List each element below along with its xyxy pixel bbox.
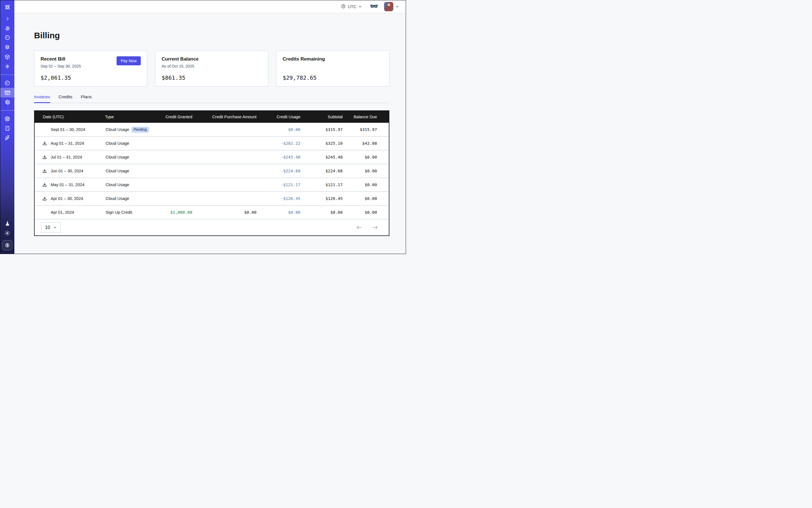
subtotal-value: $245.48	[300, 151, 343, 164]
balance-due-value: $315.97	[343, 123, 389, 136]
invoice-date: Apr 01 – 30, 2024	[35, 192, 105, 206]
gear-icon	[4, 99, 10, 105]
download-invoice-icon[interactable]	[42, 155, 47, 160]
credit-purchase-value: $0.00	[192, 206, 256, 219]
table-footer: 10	[35, 219, 389, 236]
sidebar-nav	[0, 14, 14, 143]
download-invoice-icon[interactable]	[42, 182, 47, 187]
summary-cards: Recent Bill Sep 01 – Sep 30, 2025 Pay No…	[34, 51, 406, 86]
subtotal-value: $126.45	[300, 192, 343, 206]
app-logo[interactable]	[0, 0, 14, 14]
clock-icon	[341, 4, 346, 9]
pay-now-button[interactable]: Pay Now	[117, 56, 141, 65]
sidebar-item-usage[interactable]	[0, 78, 14, 88]
credit-granted-value	[153, 178, 192, 192]
subtotal-value: $121.17	[300, 178, 343, 192]
table-row: Apr 01, 2024Sign Up Credit$1,000.00$0.00…	[35, 206, 389, 219]
invoice-type: Cloud Usage	[105, 178, 153, 192]
asterisk-icon	[4, 64, 10, 70]
column-header-credit-usage: Credit Usage	[256, 111, 300, 123]
card-title: Recent Bill	[41, 56, 81, 62]
download-invoice-icon[interactable]	[42, 141, 47, 146]
sidebar-item-labs[interactable]	[0, 219, 14, 228]
timezone-label: UTC	[348, 4, 356, 9]
table-row: Sept 01 – 30, 2024Cloud UsagePending$0.0…	[35, 123, 389, 136]
credit-usage-value: -$245.48	[256, 151, 300, 164]
invoice-date: Aug 01 – 31, 2024	[35, 136, 105, 151]
sidebar-item-packages[interactable]	[0, 52, 14, 62]
next-page-button[interactable]	[372, 225, 378, 229]
sidebar-item-expand[interactable]	[0, 14, 14, 24]
subtotal-value: $315.97	[300, 123, 343, 136]
avatar	[384, 2, 393, 11]
card-subtitle: As of Oct 15, 2025	[162, 64, 199, 69]
sun-icon	[4, 230, 10, 236]
sidebar-item-settings[interactable]	[0, 97, 14, 107]
credit-usage-value: $0.00	[256, 123, 300, 136]
sidebar-item-billing[interactable]	[0, 88, 14, 97]
download-invoice-icon[interactable]	[42, 196, 47, 201]
dollar-badge-icon	[4, 242, 10, 248]
tab-invoices[interactable]: Invoices	[34, 94, 50, 103]
recent-bill-card: Recent Bill Sep 01 – Sep 30, 2025 Pay No…	[34, 51, 147, 86]
column-header-credit-purchase: Credit Purchase Amount	[192, 111, 256, 123]
history-clock-icon	[4, 35, 10, 41]
invoice-date: Sept 01 – 30, 2024	[35, 123, 105, 136]
card-amount: $861.35	[162, 74, 262, 81]
arrow-right-icon	[372, 225, 378, 229]
chevron-right-icon	[4, 16, 10, 22]
page-size-select[interactable]: 10	[41, 222, 61, 233]
billing-tabs: Invoices Credits Plans	[34, 94, 389, 103]
gauge-icon	[4, 80, 10, 86]
invoice-type: Cloud Usage	[105, 151, 153, 164]
sidebar-item-layers[interactable]	[0, 43, 14, 52]
credits-remaining-card: Credits Remaining $29,782.65	[276, 51, 389, 86]
prev-page-button[interactable]	[356, 225, 362, 229]
balance-due-value: $0.00	[343, 151, 389, 164]
sidebar-item-history[interactable]	[0, 33, 14, 43]
sidebar-item-support[interactable]	[0, 114, 14, 124]
account-menu[interactable]	[384, 2, 399, 11]
layers-icon	[4, 44, 10, 50]
page-title: Billing	[34, 31, 406, 40]
balance-due-value: $0.00	[343, 178, 389, 192]
credit-granted-value: $1,000.00	[153, 206, 192, 219]
sidebar-item-getting-started[interactable]	[0, 133, 14, 143]
table-header-row: Date (UTC) Type Credit Granted Credit Pu…	[35, 111, 389, 123]
credit-purchase-value	[192, 178, 256, 192]
column-header-balance-due: Balance Due	[343, 111, 389, 123]
app-window: UTC	[0, 0, 406, 254]
credit-purchase-value	[192, 192, 256, 206]
card-subtitle: Sep 01 – Sep 30, 2025	[41, 64, 81, 69]
cube-icon	[4, 54, 10, 60]
reader-glasses-button[interactable]	[370, 3, 378, 10]
sidebar-bottom-nav	[0, 219, 14, 254]
credit-granted-value	[153, 123, 192, 136]
balance-due-value: $0.00	[343, 206, 389, 219]
timezone-selector[interactable]: UTC	[341, 4, 362, 9]
credit-usage-value: -$282.22	[256, 136, 300, 151]
invoice-date: Jul 01 – 31, 2024	[35, 151, 105, 164]
sidebar-item-theme[interactable]	[0, 228, 14, 238]
sidebar-item-observe[interactable]	[0, 24, 14, 33]
glasses-icon	[370, 3, 378, 10]
credit-card-icon	[4, 90, 11, 96]
current-balance-card: Current Balance As of Oct 15, 2025 $861.…	[155, 51, 268, 86]
table-row: Aug 01 – 31, 2024Cloud Usage-$282.22$325…	[35, 136, 389, 151]
tab-plans[interactable]: Plans	[81, 94, 92, 103]
monitor-eye-icon	[4, 25, 10, 31]
sidebar-divider	[0, 75, 14, 75]
invoice-date: Apr 01, 2024	[35, 206, 105, 219]
download-invoice-icon[interactable]	[42, 169, 47, 173]
status-badge: Pending	[131, 127, 149, 133]
sidebar-item-services[interactable]	[0, 62, 14, 71]
sidebar-item-docs[interactable]	[0, 124, 14, 133]
credit-granted-value	[153, 136, 192, 151]
lifebuoy-icon	[4, 116, 10, 122]
topbar: UTC	[14, 0, 406, 13]
balance-due-value: $42.88	[343, 136, 389, 151]
table-row: May 01 – 31, 2024Cloud Usage-$121.17$121…	[35, 178, 389, 192]
sidebar-item-credits-offer[interactable]	[2, 240, 12, 250]
invoice-type: Cloud Usage	[105, 192, 153, 206]
tab-credits[interactable]: Credits	[58, 94, 72, 103]
